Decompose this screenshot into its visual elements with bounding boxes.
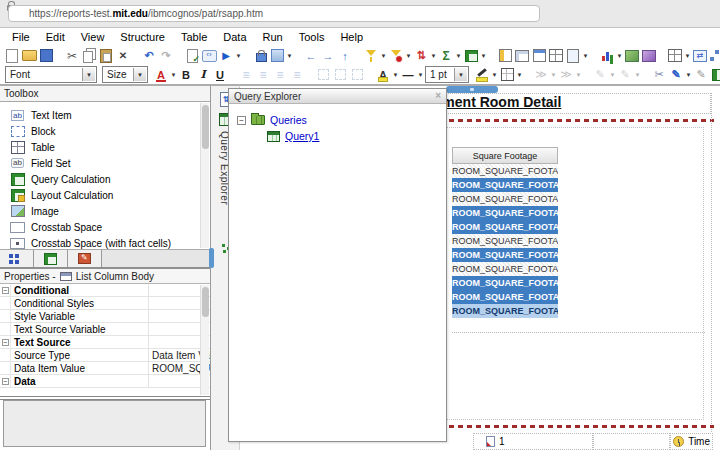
dropdown-arrow[interactable]: ▼ xyxy=(405,48,412,64)
collapse-expander-icon[interactable]: − xyxy=(237,116,246,125)
scrollbar-thumb[interactable] xyxy=(202,105,209,149)
fit-2-icon[interactable] xyxy=(332,67,348,83)
copy-icon[interactable] xyxy=(81,48,97,64)
dropdown-arrow[interactable]: ▼ xyxy=(455,48,462,64)
toolbox-item-query-calculation[interactable]: Query Calculation xyxy=(0,171,210,187)
close-icon[interactable]: × xyxy=(435,91,441,101)
dropdown-arrow[interactable]: ▼ xyxy=(516,67,523,83)
toolbox-item-table[interactable]: Table xyxy=(0,139,210,155)
property-row[interactable]: Conditional Styles xyxy=(0,297,210,310)
dropdown-arrow[interactable]: ▼ xyxy=(392,67,399,83)
menu-item-view[interactable]: View xyxy=(73,31,113,43)
menu-item-edit[interactable]: Edit xyxy=(38,31,73,43)
list-cell[interactable]: ROOM_SQUARE_FOOTAGE> xyxy=(452,192,558,206)
pickup-style-icon[interactable] xyxy=(592,67,608,83)
paste-icon[interactable] xyxy=(98,48,114,64)
toolbox-item-text-item[interactable]: Text Item xyxy=(0,107,210,123)
fit-3-icon[interactable] xyxy=(349,67,365,83)
bold-icon[interactable] xyxy=(178,67,194,83)
toolbox-item-crosstab-space[interactable]: Crosstab Space xyxy=(0,219,210,235)
dropdown-arrow[interactable]: ▼ xyxy=(550,67,557,83)
collapse-expander-icon[interactable]: − xyxy=(0,375,11,387)
line-style-icon[interactable] xyxy=(400,67,416,83)
menu-item-structure[interactable]: Structure xyxy=(112,31,173,43)
list-cell[interactable]: ROOM_SQUARE_FOOTAGE> xyxy=(452,220,558,234)
tree-node-label[interactable]: Query1 xyxy=(285,130,319,142)
dropdown-arrow[interactable]: ▼ xyxy=(480,48,487,64)
indent-icon[interactable] xyxy=(533,67,549,83)
strip-formatting-icon[interactable] xyxy=(651,67,667,83)
up-icon[interactable] xyxy=(337,48,353,64)
dropdown-arrow[interactable]: ▼ xyxy=(491,67,498,83)
property-row[interactable]: −Data xyxy=(0,375,210,388)
toolbox-item-layout-calculation[interactable]: Layout Calculation xyxy=(0,187,210,203)
font-select[interactable]: Font ▼ xyxy=(5,66,97,83)
list-cell[interactable]: ROOM_SQUARE_FOOTAGE> xyxy=(452,164,558,178)
data-items-tab[interactable] xyxy=(34,250,68,267)
toolbox-item-block[interactable]: Block xyxy=(0,123,210,139)
dropdown-arrow[interactable]: ▼ xyxy=(170,67,177,83)
background-color-icon[interactable] xyxy=(375,67,391,83)
pen-plain-icon[interactable] xyxy=(693,67,709,83)
italic-icon[interactable] xyxy=(195,67,211,83)
chart-icon[interactable] xyxy=(599,48,615,64)
conditional-styles-icon[interactable] xyxy=(710,67,720,83)
indent-2-icon[interactable] xyxy=(558,67,574,83)
tree-node-label[interactable]: Queries xyxy=(270,114,307,126)
toolbox-item-image[interactable]: Image xyxy=(0,203,210,219)
property-row[interactable]: Data Item ValueROOM_SQUAR... xyxy=(0,362,210,375)
pane-collapse-handle[interactable] xyxy=(209,248,214,268)
dropdown-arrow[interactable]: ▼ xyxy=(609,67,616,83)
toolbox-tab[interactable] xyxy=(68,250,102,267)
dropdown-arrow[interactable]: ▼ xyxy=(417,67,424,83)
repeater-icon[interactable] xyxy=(548,48,564,64)
save-icon[interactable] xyxy=(38,48,54,64)
sort-icon[interactable] xyxy=(413,48,429,64)
chevron-down-icon[interactable]: ▼ xyxy=(454,68,467,81)
dropdown-arrow[interactable]: ▼ xyxy=(684,48,691,64)
crosstab-icon[interactable] xyxy=(514,48,530,64)
dropdown-arrow[interactable]: ▼ xyxy=(634,67,641,83)
list-cell[interactable]: ROOM_SQUARE_FOOTAGE> xyxy=(452,290,558,304)
dropdown-arrow[interactable]: ▼ xyxy=(575,67,582,83)
menu-item-run[interactable]: Run xyxy=(255,31,291,43)
collapse-expander-icon[interactable]: − xyxy=(0,336,11,348)
structure-icon[interactable] xyxy=(709,48,720,64)
font-color-icon[interactable] xyxy=(153,67,169,83)
scrollbar-thumb[interactable] xyxy=(202,287,209,317)
group-icon[interactable] xyxy=(463,48,479,64)
footer-time-cell[interactable]: Time xyxy=(670,433,713,450)
property-row[interactable]: −Conditional xyxy=(0,284,210,297)
collapse-expander-icon[interactable]: − xyxy=(0,284,11,296)
forward-icon[interactable] xyxy=(320,48,336,64)
dropdown-arrow[interactable]: ▼ xyxy=(286,48,293,64)
property-row[interactable]: Style Variable xyxy=(0,310,210,323)
query-explorer-titlebar[interactable]: Query Explorer × xyxy=(229,89,446,104)
footer-page-number-cell[interactable]: 1 xyxy=(473,433,593,450)
summarize-icon[interactable] xyxy=(438,48,454,64)
toolbox-scrollbar[interactable] xyxy=(200,103,209,248)
undo-icon[interactable] xyxy=(141,48,157,64)
menu-item-file[interactable]: File xyxy=(4,31,38,43)
menu-item-table[interactable]: Table xyxy=(173,31,215,43)
properties-scrollbar[interactable] xyxy=(200,285,209,395)
lock-icon[interactable] xyxy=(252,48,268,64)
menu-item-tools[interactable]: Tools xyxy=(291,31,333,43)
align-justify-icon[interactable] xyxy=(289,67,305,83)
align-left-icon[interactable] xyxy=(238,67,254,83)
property-row[interactable]: −Text Source xyxy=(0,336,210,349)
toolbox-item-crosstab-space-fact[interactable]: Crosstab Space (with fact cells) xyxy=(0,235,210,249)
headers-icon[interactable] xyxy=(497,48,513,64)
validate-icon[interactable] xyxy=(184,48,200,64)
list-cell[interactable]: ROOM_SQUARE_FOOTAGE> xyxy=(452,276,558,290)
visualization-icon[interactable] xyxy=(641,48,657,64)
size-select[interactable]: Size ▼ xyxy=(102,66,148,83)
insert-icon[interactable] xyxy=(269,48,285,64)
delete-icon[interactable] xyxy=(115,48,131,64)
back-icon[interactable] xyxy=(303,48,319,64)
open-icon[interactable] xyxy=(21,48,37,64)
underline-icon[interactable] xyxy=(212,67,228,83)
tree-node-query1[interactable]: Query1 xyxy=(237,128,446,144)
table-icon[interactable] xyxy=(667,48,683,64)
filter-suppress-icon[interactable] xyxy=(388,48,404,64)
